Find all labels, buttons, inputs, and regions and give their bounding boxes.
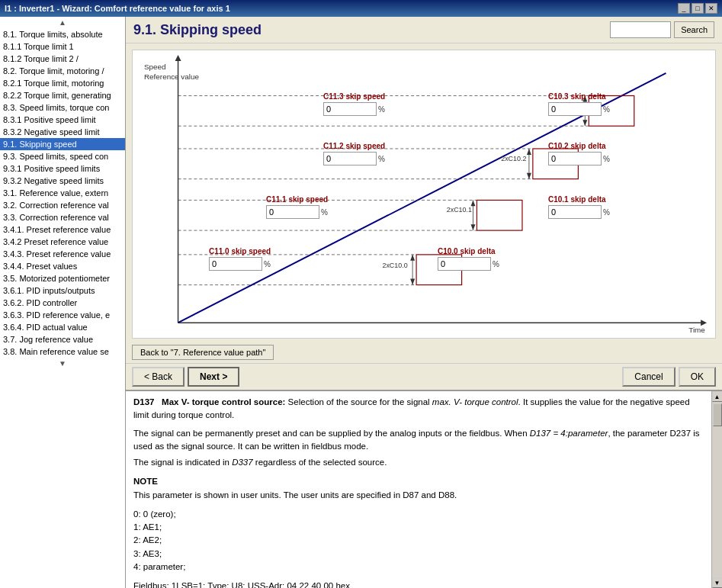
svg-marker-20 [471, 224, 476, 230]
svg-text:2xC10.1: 2xC10.1 [447, 206, 472, 214]
sidebar-item-3-6-2[interactable]: 3.6.2. PID controller [0, 297, 125, 309]
sidebar-item-8-2-1[interactable]: 8.2.1 Torque limit, motoring [0, 77, 125, 89]
c11-0-label: C11.0 skip speed [209, 247, 271, 255]
sidebar-item-8-3-1[interactable]: 8.3.1 Positive speed limit [0, 114, 125, 126]
sidebar-item-8-2[interactable]: 8.2. Torque limit, motoring / [0, 65, 125, 77]
param-name: Max V- torque control source: [162, 397, 285, 406]
option-0: 0: 0 (zero); [133, 509, 176, 519]
page-title: 9.1. Skipping speed [133, 22, 262, 38]
sidebar-item-3-6-1[interactable]: 3.6.1. PID inputs/outputs [0, 284, 125, 297]
svg-marker-26 [527, 149, 531, 155]
svg-marker-12 [410, 255, 415, 261]
svg-rect-15 [477, 200, 522, 230]
header-bar: 9.1. Skipping speed Search [126, 17, 722, 43]
minimize-btn[interactable]: _ [678, 3, 690, 14]
c11-3-unit: % [378, 105, 385, 114]
sidebar-item-3-4-1[interactable]: 3.4.1. Preset reference value [0, 223, 125, 236]
c10-2-unit: % [603, 155, 610, 163]
c11-3-input[interactable] [323, 102, 377, 116]
c11-2-input[interactable] [323, 152, 377, 165]
param-desc3: The signal is indicated in D337 regardle… [133, 458, 387, 467]
c10-2-label: C10.2 skip delta [548, 142, 610, 150]
c10-1-input[interactable] [548, 205, 602, 219]
sidebar-item-8-3[interactable]: 8.3. Speed limits, torque con [0, 101, 125, 114]
back-btn-row: Back to "7. Reference value path" [126, 342, 722, 363]
svg-text:Time: Time [688, 326, 705, 334]
sidebar-item-8-1-2[interactable]: 8.1.2 Torque limit 2 / [0, 53, 125, 65]
diagram-area: Speed Reference value Time 2xC10.0 [132, 50, 716, 339]
c11-0-input[interactable] [209, 257, 262, 271]
svg-marker-3 [701, 320, 707, 326]
sidebar-scroll-up[interactable]: ▲ [0, 17, 125, 28]
svg-marker-2 [175, 55, 181, 61]
sidebar-item-9-3-1[interactable]: 9.3.1 Positive speed limits [0, 162, 125, 175]
scroll-thumb[interactable] [713, 403, 722, 426]
c10-2-input[interactable] [548, 152, 602, 165]
c11-0-unit: % [264, 260, 271, 268]
svg-marker-34 [582, 120, 587, 126]
c10-3-input[interactable] [548, 102, 602, 116]
option-4: 4: parameter; [133, 562, 185, 571]
back-to-ref-btn[interactable]: Back to "7. Reference value path" [132, 345, 274, 360]
c10-3-label: C10.3 skip delta [548, 92, 610, 101]
fieldbus-info: Fieldbus: 1LSB=1; Type: U8; USS-Adr: 04 … [133, 581, 350, 588]
sidebar-item-3-7[interactable]: 3.7. Jog reference value [0, 333, 125, 345]
sidebar-item-8-1[interactable]: 8.1. Torque limits, absolute [0, 28, 125, 40]
svg-text:2xC10.0: 2xC10.0 [382, 262, 407, 269]
sidebar-item-3-3[interactable]: 3.3. Correction reference val [0, 211, 125, 223]
scroll-down-arrow[interactable]: ▼ [712, 577, 723, 588]
nav-bar: < Back Next > Cancel OK [126, 363, 722, 390]
c10-0-input[interactable] [438, 257, 491, 271]
sidebar-item-3-4-2[interactable]: 3.4.2 Preset reference value [0, 236, 125, 248]
param-id: D137 [133, 397, 155, 406]
sidebar-item-8-3-2[interactable]: 8.3.2 Negative speed limit [0, 126, 125, 138]
c11-3-label: C11.3 skip speed [323, 92, 385, 101]
c11-1-unit: % [321, 208, 328, 217]
c11-2-unit: % [378, 155, 385, 163]
sidebar-item-3-6-3[interactable]: 3.6.3. PID reference value, e [0, 309, 125, 321]
back-btn[interactable]: < Back [132, 367, 185, 387]
c11-1-label: C11.1 skip speed [266, 195, 328, 204]
svg-text:Speed: Speed [144, 63, 166, 71]
cancel-btn[interactable]: Cancel [622, 367, 675, 387]
c11-2-label: C11.2 skip speed [323, 142, 385, 150]
svg-marker-19 [471, 200, 476, 206]
sidebar-item-3-4-4[interactable]: 3.4.4. Preset values [0, 260, 125, 272]
note-text: This parameter is shown in user units. T… [133, 490, 457, 500]
sidebar-scroll-down[interactable]: ▼ [0, 358, 125, 369]
close-btn[interactable]: ✕ [705, 3, 717, 14]
option-3: 3: AE3; [133, 549, 162, 558]
search-input[interactable] [610, 21, 671, 38]
sidebar-item-8-2-2[interactable]: 8.2.2 Torque limit, generating [0, 89, 125, 101]
param-desc2: The signal can be permanently preset and… [133, 429, 700, 451]
sidebar-item-3-6-4[interactable]: 3.6.4. PID actual value [0, 321, 125, 333]
next-btn[interactable]: Next > [188, 367, 239, 387]
ok-btn[interactable]: OK [679, 367, 716, 387]
window-title: I1 : Inverter1 - Wizard: Comfort referen… [5, 4, 230, 13]
sidebar-item-9-3-2[interactable]: 9.3.2 Negative speed limits [0, 175, 125, 187]
scroll-up-arrow[interactable]: ▲ [712, 391, 723, 402]
sidebar-item-9-3[interactable]: 9.3. Speed limits, speed con [0, 150, 125, 162]
note-label: NOTE [133, 477, 158, 486]
sidebar-item-3-8[interactable]: 3.8. Main reference value se [0, 345, 125, 358]
sidebar-item-3-2a[interactable]: 3.2. Correction reference val [0, 199, 125, 211]
option-1: 1: AE1; [133, 522, 162, 532]
sidebar-item-3-1[interactable]: 3.1. Reference value, extern [0, 187, 125, 199]
svg-text:Reference value: Reference value [144, 72, 200, 81]
sidebar-item-3-4-3[interactable]: 3.4.3. Preset reference value [0, 248, 125, 260]
c11-1-input[interactable] [266, 205, 319, 219]
svg-marker-27 [527, 173, 531, 179]
sidebar-item-8-1-1[interactable]: 8.1.1 Torque limit 1 [0, 40, 125, 53]
c10-1-label: C10.1 skip delta [548, 195, 610, 204]
info-content: D137 Max V- torque control source: Selec… [126, 391, 711, 588]
svg-marker-13 [410, 279, 415, 285]
sidebar-item-9-1[interactable]: 9.1. Skipping speed [0, 138, 125, 150]
maximize-btn[interactable]: □ [692, 3, 704, 14]
svg-text:2xC10.2: 2xC10.2 [501, 155, 526, 162]
c10-3-unit: % [603, 105, 610, 114]
sidebar: ▲ 8.1. Torque limits, absolute 8.1.1 Tor… [0, 17, 126, 588]
sidebar-item-3-5[interactable]: 3.5. Motorized potentiometer [0, 272, 125, 284]
scrollbar[interactable]: ▲ ▼ [711, 391, 722, 588]
window-controls[interactable]: _ □ ✕ [678, 3, 717, 14]
search-button[interactable]: Search [674, 21, 714, 38]
